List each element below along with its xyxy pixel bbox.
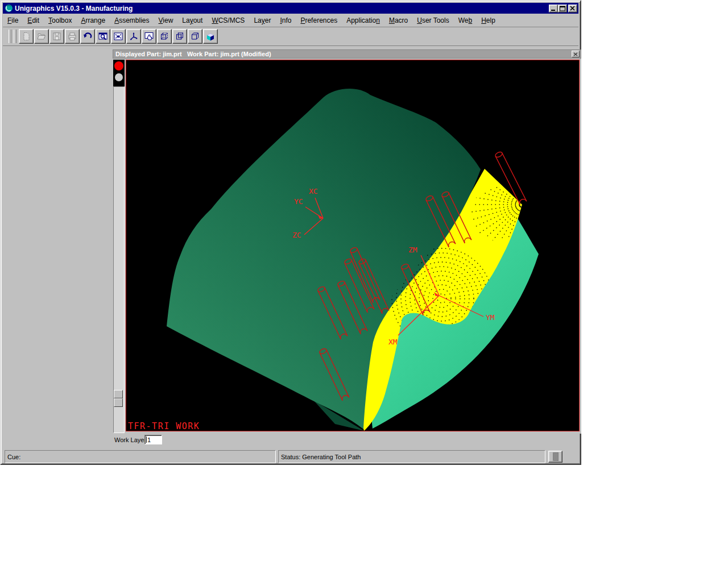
menu-layer[interactable]: Layer bbox=[249, 15, 275, 26]
screen-select-button[interactable] bbox=[142, 29, 156, 44]
menu-view[interactable]: View bbox=[154, 15, 178, 26]
menu-web[interactable]: Web bbox=[454, 15, 477, 26]
interrupt-lights bbox=[113, 60, 125, 86]
minimize-button[interactable] bbox=[549, 5, 558, 13]
wcs-triad-label-xc: XC bbox=[309, 187, 318, 196]
menu-application[interactable]: Application bbox=[342, 15, 384, 26]
shaded-display-icon bbox=[206, 32, 215, 41]
minimize-icon bbox=[551, 10, 555, 11]
cue-line: Cue: bbox=[5, 450, 276, 463]
wireframe-display-2-button[interactable] bbox=[172, 29, 187, 44]
wireframe-display-1-icon bbox=[160, 32, 169, 41]
graphics-window-body: XCYCZCZMXMYMTFR-TRI WORK bbox=[113, 59, 581, 434]
maximize-button[interactable] bbox=[558, 5, 567, 13]
open-part-icon bbox=[37, 32, 46, 41]
menu-assemblies[interactable]: Assemblies bbox=[110, 15, 154, 26]
wireframe-display-1-button[interactable] bbox=[157, 29, 172, 44]
work-layer-label: Work Layer bbox=[114, 436, 146, 443]
text-caret bbox=[146, 436, 147, 443]
status-scroll-button[interactable] bbox=[548, 451, 562, 463]
zoom-examine-icon bbox=[98, 32, 107, 41]
status-line: Status: Generating Tool Path bbox=[278, 450, 545, 463]
menu-help[interactable]: Help bbox=[477, 15, 500, 26]
fit-view-button[interactable] bbox=[111, 29, 126, 44]
unigraphics-logo-icon bbox=[5, 4, 13, 13]
wcs-triad-label-zc: ZC bbox=[292, 231, 301, 239]
work-layer-input[interactable]: 1 bbox=[144, 435, 162, 444]
wireframe-display-3-button[interactable] bbox=[188, 29, 202, 44]
screen-select-icon bbox=[144, 32, 154, 41]
csys-triad-icon bbox=[129, 32, 138, 41]
zoom-examine-button[interactable] bbox=[96, 29, 110, 44]
graphics-window-close-button[interactable] bbox=[572, 51, 580, 57]
menu-toolbox[interactable]: Toolbox bbox=[44, 15, 76, 26]
mcs-triad-label-ym: YM bbox=[486, 313, 495, 322]
wcs-triad-label-yc: YC bbox=[294, 197, 303, 206]
close-button[interactable] bbox=[568, 5, 577, 13]
save-part-icon bbox=[52, 32, 61, 41]
wireframe-display-3-icon bbox=[191, 32, 200, 41]
mcs-triad-label-xm: XM bbox=[388, 338, 398, 346]
titlebar: Unigraphics V15.0.3 - Manufacturing bbox=[3, 3, 578, 14]
new-part-icon bbox=[22, 32, 31, 41]
close-icon bbox=[574, 53, 577, 56]
mcs-triad-label-zm: ZM bbox=[408, 246, 417, 254]
new-part-button bbox=[19, 29, 34, 44]
graphics-window-title: Displayed Part: jim.prt Work Part: jim.p… bbox=[113, 51, 572, 57]
undo-button[interactable] bbox=[80, 29, 95, 44]
viewport[interactable]: XCYCZCZMXMYMTFR-TRI WORK bbox=[126, 60, 580, 431]
menu-info[interactable]: Info bbox=[275, 15, 296, 26]
idle-light-icon bbox=[115, 73, 123, 81]
menu-preferences[interactable]: Preferences bbox=[296, 15, 342, 26]
toolbar-grip[interactable] bbox=[9, 30, 11, 43]
undo-icon bbox=[83, 32, 92, 41]
scrollbar-thumb[interactable] bbox=[114, 390, 123, 407]
print-icon bbox=[68, 32, 77, 41]
stop-light-button[interactable] bbox=[114, 61, 123, 70]
menu-file[interactable]: File bbox=[3, 15, 23, 26]
save-part-button bbox=[49, 29, 64, 44]
window-title: Unigraphics V15.0.3 - Manufacturing bbox=[15, 5, 549, 13]
menubar: FileEditToolboxArrangeAssembliesViewLayo… bbox=[3, 14, 578, 27]
csys-triad-button[interactable] bbox=[126, 29, 141, 44]
status-scroll-icon bbox=[553, 452, 559, 461]
print-button bbox=[65, 29, 80, 44]
fit-view-icon bbox=[114, 32, 123, 41]
viewport-scrollbar[interactable] bbox=[113, 86, 125, 433]
open-part-button bbox=[34, 29, 49, 44]
machining-scene: XCYCZCZMXMYMTFR-TRI WORK bbox=[126, 60, 580, 431]
menu-arrange[interactable]: Arrange bbox=[76, 15, 110, 26]
view-annotation: TFR-TRI WORK bbox=[128, 421, 200, 431]
close-icon bbox=[570, 6, 574, 10]
graphics-window: Displayed Part: jim.prt Work Part: jim.p… bbox=[113, 49, 581, 434]
wireframe-display-2-icon bbox=[175, 32, 184, 41]
toolbar bbox=[3, 27, 578, 46]
toolbar-grip[interactable] bbox=[14, 30, 16, 43]
menu-edit[interactable]: Edit bbox=[23, 15, 44, 26]
shaded-display-button[interactable] bbox=[203, 29, 218, 44]
graphics-window-titlebar[interactable]: Displayed Part: jim.prt Work Part: jim.p… bbox=[113, 49, 581, 59]
graphics-window-side-strip bbox=[113, 59, 125, 434]
app-window: Unigraphics V15.0.3 - Manufacturing File… bbox=[0, 0, 581, 465]
menu-wcs-mcs[interactable]: WCS/MCS bbox=[207, 15, 249, 26]
menu-macro[interactable]: Macro bbox=[384, 15, 412, 26]
menu-layout[interactable]: Layout bbox=[177, 15, 207, 26]
menu-user-tools[interactable]: User Tools bbox=[412, 15, 453, 26]
